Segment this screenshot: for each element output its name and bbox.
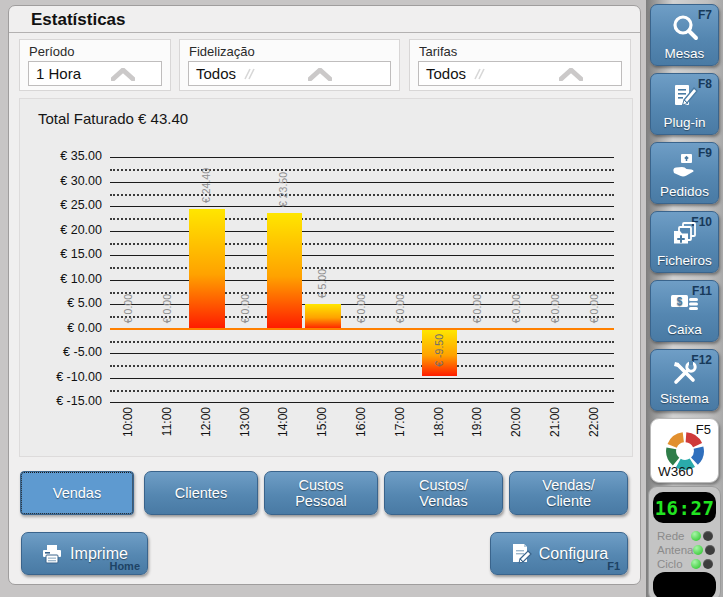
tariffs-value: Todos: [426, 65, 466, 82]
indicator-label: Rede: [657, 530, 685, 542]
statistics-window: Estatísticas Período 1 Hora Fidelização …: [8, 5, 641, 585]
y-axis-tick-label: € 0.00: [22, 321, 102, 335]
printer-icon: [41, 544, 63, 564]
tools-icon: [670, 358, 700, 388]
tariffs-filter-panel: Tarifas Todos: [409, 39, 631, 91]
chevron-up-icon: [559, 68, 583, 81]
sidebar-button-label: Caixa: [651, 322, 718, 337]
x-axis-tick-label: 19:00: [470, 407, 484, 437]
configure-shortcut: F1: [607, 560, 620, 572]
indicator-label: Antena: [657, 544, 693, 556]
period-value: 1 Hora: [36, 65, 81, 82]
tab-label: Cliente: [546, 493, 591, 509]
x-axis-tick-label: 22:00: [587, 407, 601, 437]
title-bar: Estatísticas: [9, 6, 640, 33]
x-axis-tick-label: 14:00: [276, 407, 290, 437]
sidebar-button-label: Ficheiros: [651, 253, 718, 268]
gridline: [110, 206, 614, 207]
x-axis-tick-label: 20:00: [509, 407, 523, 437]
bar-value-label: € -9.50: [433, 334, 445, 367]
edit-mark-icon: [241, 67, 255, 81]
hand-package-icon: [670, 151, 700, 181]
bar-value-label: € 0.00: [355, 294, 367, 323]
sidebar-button-mesas[interactable]: F7 Mesas: [650, 4, 719, 66]
chart-bar: [267, 213, 303, 328]
bar-value-label: € 5.00: [316, 269, 328, 298]
gridline: [110, 182, 614, 183]
gridline: [110, 157, 614, 158]
indicator-rede: Rede: [657, 529, 713, 542]
svg-text:$: $: [676, 296, 682, 307]
cash-icon: $: [669, 289, 701, 319]
folders-icon: [670, 220, 700, 250]
sidebar-button-label: Sistema: [651, 391, 718, 406]
period-filter-panel: Período 1 Hora: [19, 39, 171, 91]
sidebar-button-label: Mesas: [651, 46, 718, 61]
loyalty-select[interactable]: Todos: [188, 61, 391, 86]
period-select[interactable]: 1 Hora: [28, 61, 162, 86]
w360-button[interactable]: F5 W360: [650, 418, 719, 483]
chevron-up-icon: [111, 68, 135, 81]
gridline: [110, 231, 614, 232]
y-axis-tick-label: € 25.00: [22, 198, 102, 212]
gridline: [110, 280, 614, 281]
x-axis-tick-label: 10:00: [121, 407, 135, 437]
chart-bar: [189, 209, 225, 329]
sidebar-button-ficheiros[interactable]: F10 Ficheiros: [650, 211, 719, 273]
loyalty-value: Todos: [196, 65, 236, 82]
tariffs-label: Tarifas: [419, 44, 457, 59]
sidebar: F7 Mesas F8 Plug-in F9 Pedidos F10: [646, 0, 723, 597]
tab-label: Vendas/: [542, 477, 594, 493]
bar-value-label: € 23.50: [277, 172, 289, 207]
bar-value-label: € 24.40: [200, 168, 212, 203]
sidebar-button-caixa[interactable]: F11 $ Caixa: [650, 280, 719, 342]
page-title: Estatísticas: [31, 10, 126, 30]
led-off: [705, 545, 715, 555]
sidebar-button-pedidos[interactable]: F9 Pedidos: [650, 142, 719, 204]
tab-vendas-cliente[interactable]: Vendas/ Cliente: [509, 471, 628, 515]
configure-button[interactable]: Configura F1: [490, 532, 628, 575]
tab-clientes[interactable]: Clientes: [144, 471, 258, 515]
gridline: [110, 402, 614, 403]
gridline: [110, 243, 614, 245]
chart-panel: Total Faturado € 43.40 € 35.00€ 30.00€ 2…: [19, 98, 633, 457]
sidebar-button-label: Pedidos: [651, 184, 718, 199]
gridline: [110, 390, 614, 392]
chart-bar: [305, 304, 341, 329]
tab-label: Custos/: [419, 477, 468, 493]
w360-label: W360: [658, 464, 693, 479]
tariffs-select[interactable]: Todos: [418, 61, 622, 86]
loyalty-label: Fidelização: [189, 44, 255, 59]
edit-mark-icon: [471, 67, 485, 81]
tab-vendas[interactable]: Vendas: [20, 471, 134, 515]
y-axis-tick-label: € 5.00: [22, 296, 102, 310]
x-axis-tick-label: 16:00: [354, 407, 368, 437]
print-button[interactable]: Imprime Home: [21, 532, 148, 575]
tab-custos-vendas[interactable]: Custos/ Vendas: [384, 471, 503, 515]
x-axis-tick-label: 13:00: [238, 407, 252, 437]
x-axis-tick-label: 21:00: [548, 407, 562, 437]
sidebar-button-label: Plug-in: [651, 115, 718, 130]
gridline: [110, 267, 614, 269]
gridline: [110, 218, 614, 220]
bar-value-label: € 0.00: [161, 294, 173, 323]
indicator-ciclo: Ciclo: [657, 557, 713, 570]
sidebar-button-sistema[interactable]: F12 Sistema: [650, 349, 719, 411]
led-on: [691, 531, 701, 541]
led-off: [703, 531, 713, 541]
loyalty-filter-panel: Fidelização Todos: [179, 39, 400, 91]
status-panel: 16:27 Rede Antena Ciclo: [648, 486, 721, 597]
y-axis-tick-label: € 35.00: [22, 149, 102, 163]
y-axis-tick-label: € 20.00: [22, 223, 102, 237]
gridline: [110, 353, 614, 354]
y-axis-tick-label: € -10.00: [22, 370, 102, 384]
x-axis-tick-label: 11:00: [160, 407, 174, 436]
sidebar-button-plugin[interactable]: F8 Plug-in: [650, 73, 719, 135]
y-axis-tick-label: € -5.00: [22, 345, 102, 359]
bar-value-label: € 0.00: [510, 294, 522, 323]
edit-note-icon: [670, 82, 700, 112]
bar-value-label: € 0.00: [471, 294, 483, 323]
tab-label: Custos: [298, 477, 343, 493]
configure-icon: [510, 543, 532, 564]
tab-custos-pessoal[interactable]: Custos Pessoal: [264, 471, 378, 515]
